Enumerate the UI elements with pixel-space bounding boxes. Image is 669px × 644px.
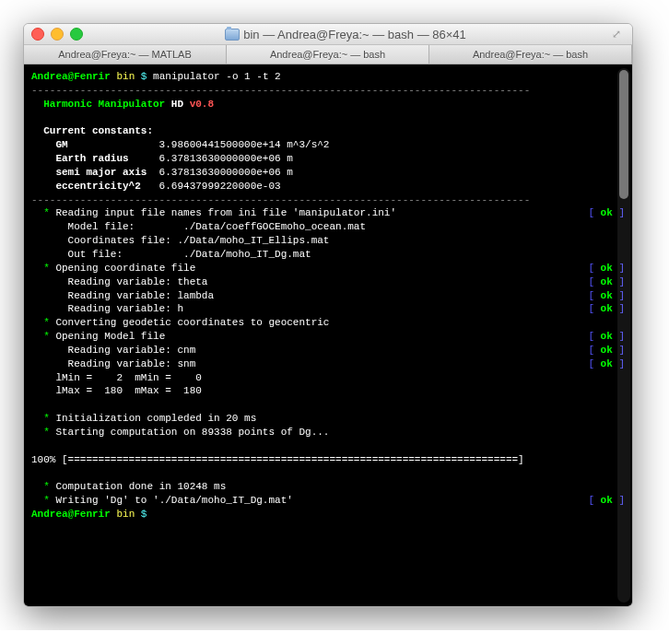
step-row: Reading variable: theta[ ok ] [31, 275, 625, 289]
step-row: Reading variable: snm[ ok ] [31, 357, 625, 371]
minimize-icon[interactable] [51, 28, 64, 41]
titlebar[interactable]: bin — Andrea@Freya:~ — bash — 86×41 ⤢ [24, 24, 632, 45]
expand-icon[interactable]: ⤢ [608, 28, 625, 41]
traffic-lights [31, 28, 83, 41]
tab-bash-1[interactable]: Andrea@Freya:~ — bash [227, 45, 429, 64]
step-row: Reading variable: h[ ok ] [31, 302, 625, 316]
step-row: Model file: ./Data/coeffGOCEmoho_ocean.m… [31, 220, 625, 234]
steps-block: * Reading input file names from ini file… [31, 206, 625, 370]
step-row: Out file: ./Data/moho_IT_Dg.mat [31, 248, 625, 262]
scrollbar[interactable] [617, 68, 630, 603]
ranges-block: lMin = 2 mMin = 0 lMax = 180 mMax = 180 … [31, 371, 625, 495]
tab-bar: Andrea@Freya:~ — MATLAB Andrea@Freya:~ —… [24, 45, 632, 64]
step-row: * Opening coordinate file[ ok ] [31, 262, 625, 275]
terminal-body[interactable]: Andrea@Fenrir bin $ manipulator -o 1 -t … [24, 64, 632, 606]
step-row: Coordinates file: ./Data/moho_IT_Ellips.… [31, 234, 625, 248]
tab-matlab[interactable]: Andrea@Freya:~ — MATLAB [24, 45, 227, 64]
close-icon[interactable] [31, 28, 44, 41]
window-title-text: bin — Andrea@Freya:~ — bash — 86×41 [243, 28, 466, 41]
step-row: * Converting geodetic coordinates to geo… [31, 316, 625, 330]
terminal-window: bin — Andrea@Freya:~ — bash — 86×41 ⤢ An… [23, 23, 633, 607]
step-row: * Reading input file names from ini file… [31, 206, 625, 220]
step-row: Reading variable: cnm[ ok ] [31, 344, 625, 357]
terminal-content: Andrea@Fenrir bin $ manipulator -o 1 -t … [31, 70, 625, 206]
writing-row: * Writing 'Dg' to './Data/moho_IT_Dg.mat… [31, 494, 625, 508]
scrollbar-thumb[interactable] [619, 70, 628, 199]
zoom-icon[interactable] [70, 28, 83, 41]
window-title: bin — Andrea@Freya:~ — bash — 86×41 [83, 28, 608, 41]
tab-bash-2[interactable]: Andrea@Freya:~ — bash [429, 45, 632, 64]
step-row: * Opening Model file[ ok ] [31, 330, 625, 344]
final-prompt: Andrea@Fenrir bin $ [31, 508, 625, 521]
step-row: Reading variable: lambda[ ok ] [31, 289, 625, 303]
folder-icon [225, 29, 240, 41]
